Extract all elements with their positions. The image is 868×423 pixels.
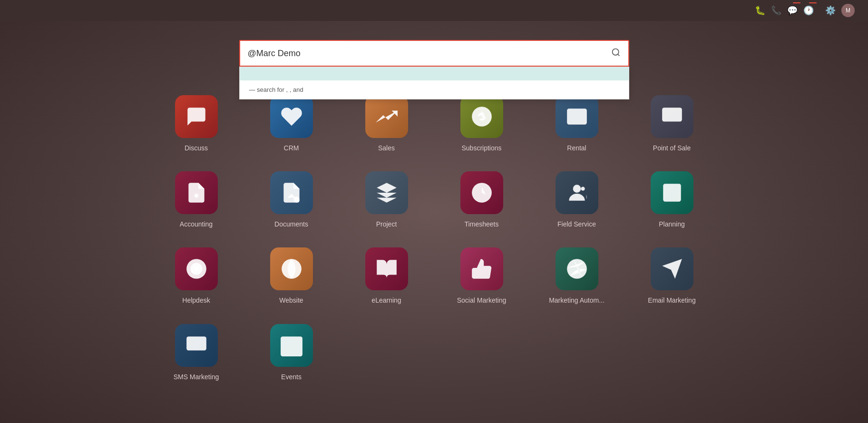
app-label-discuss: Discuss (185, 144, 208, 152)
svg-line-1 (617, 54, 619, 56)
tip-text: — search for (249, 86, 286, 93)
app-label-subscriptions: Subscriptions (461, 144, 501, 152)
app-label-fieldservice: Field Service (557, 220, 596, 228)
chat-badge (793, 2, 800, 3)
tip-separator2: , (290, 86, 293, 93)
app-icon-marketingautom (556, 247, 598, 290)
app-icon-timesheets (460, 171, 503, 214)
phone-icon[interactable]: 📞 (771, 5, 781, 16)
svg-point-0 (612, 49, 618, 55)
app-label-accounting: Accounting (180, 220, 213, 228)
app-label-smsmarketing: SMS Marketing (174, 373, 219, 381)
app-item-elearning[interactable]: eLearning (339, 238, 434, 314)
app-icon-documents (270, 171, 313, 214)
app-item-website[interactable]: Website (244, 238, 339, 314)
app-icon-helpdesk (175, 247, 218, 290)
app-label-website: Website (279, 296, 303, 305)
app-icon-subscriptions (460, 95, 503, 138)
topbar: 🐛 📞 💬 🕐 ⚙️ M (0, 0, 868, 21)
app-item-pos[interactable]: Point of Sale (624, 86, 720, 162)
svg-rect-24 (186, 336, 206, 350)
app-icon-smsmarketing (175, 324, 218, 367)
app-label-helpdesk: Helpdesk (182, 296, 210, 305)
app-icon-fieldservice (556, 171, 598, 214)
app-label-sales: Sales (378, 144, 395, 152)
search-input-wrapper (239, 40, 629, 67)
app-label-pos: Point of Sale (653, 144, 691, 152)
tip-separator1: , (286, 86, 290, 93)
app-icon-emailmarketing (651, 247, 693, 290)
app-icon-project (365, 171, 408, 214)
svg-rect-3 (567, 108, 587, 124)
app-item-accounting[interactable]: Accounting (149, 162, 244, 238)
svg-point-20 (194, 267, 198, 271)
app-icon-events (270, 324, 313, 367)
app-label-events: Events (281, 373, 302, 381)
app-item-events[interactable]: Events (244, 315, 339, 391)
apps-grid: DiscussCRMSalesSubscriptionsRentalPoint … (149, 86, 720, 391)
dropdown-tip: — search for , , and (240, 80, 629, 99)
app-icon-crm (270, 95, 313, 138)
tip-and: and (293, 86, 303, 93)
search-button[interactable] (611, 48, 621, 59)
svg-point-23 (567, 259, 587, 279)
svg-point-13 (581, 187, 585, 191)
svg-rect-28 (281, 336, 302, 356)
app-item-emailmarketing[interactable]: Email Marketing (624, 238, 720, 314)
app-label-documents: Documents (274, 220, 308, 228)
search-dropdown: — search for , , and (239, 67, 629, 99)
app-icon-rental (556, 95, 598, 138)
app-label-socialmarketing: Social Marketing (457, 296, 507, 305)
app-label-timesheets: Timesheets (465, 220, 499, 228)
app-item-helpdesk[interactable]: Helpdesk (149, 238, 244, 314)
app-label-marketingautom: Marketing Autom... (549, 296, 605, 305)
app-icon-website (270, 247, 313, 290)
main-content: — search for , , and DiscussCRMSalesSubs… (0, 21, 868, 410)
app-item-documents[interactable]: Documents (244, 162, 339, 238)
chat-icon[interactable]: 💬 (787, 5, 798, 16)
dropdown-result-item[interactable] (240, 67, 629, 80)
app-label-planning: Planning (659, 220, 685, 228)
app-item-timesheets[interactable]: Timesheets (434, 162, 529, 238)
svg-point-10 (293, 197, 300, 203)
app-label-project: Project (376, 220, 397, 228)
app-icon-pos (651, 95, 693, 138)
activity-badge (809, 2, 817, 3)
app-item-socialmarketing[interactable]: Social Marketing (434, 238, 529, 314)
app-item-planning[interactable]: Planning (624, 162, 720, 238)
avatar[interactable]: M (841, 4, 855, 17)
app-item-fieldservice[interactable]: Field Service (529, 162, 624, 238)
app-label-emailmarketing: Email Marketing (648, 296, 695, 305)
app-label-crm: CRM (284, 144, 299, 152)
app-icon-sales (365, 95, 408, 138)
app-item-smsmarketing[interactable]: SMS Marketing (149, 315, 244, 391)
svg-rect-14 (663, 184, 681, 202)
svg-rect-7 (662, 108, 682, 121)
app-icon-accounting (175, 171, 218, 214)
activity-icon[interactable]: 🕐 (803, 5, 814, 16)
svg-point-12 (573, 185, 581, 193)
app-label-elearning: eLearning (371, 296, 401, 305)
settings-icon[interactable]: ⚙️ (825, 5, 836, 16)
app-item-project[interactable]: Project (339, 162, 434, 238)
search-container: — search for , , and (239, 40, 629, 67)
app-icon-socialmarketing (460, 247, 503, 290)
app-item-discuss[interactable]: Discuss (149, 86, 244, 162)
app-label-rental: Rental (567, 144, 586, 152)
app-icon-elearning (365, 247, 408, 290)
app-item-marketingautom[interactable]: Marketing Autom... (529, 238, 624, 314)
bug-icon[interactable]: 🐛 (755, 5, 765, 16)
search-input[interactable] (248, 49, 611, 59)
app-icon-discuss (175, 95, 218, 138)
svg-point-8 (194, 194, 198, 197)
app-icon-planning (651, 171, 693, 214)
